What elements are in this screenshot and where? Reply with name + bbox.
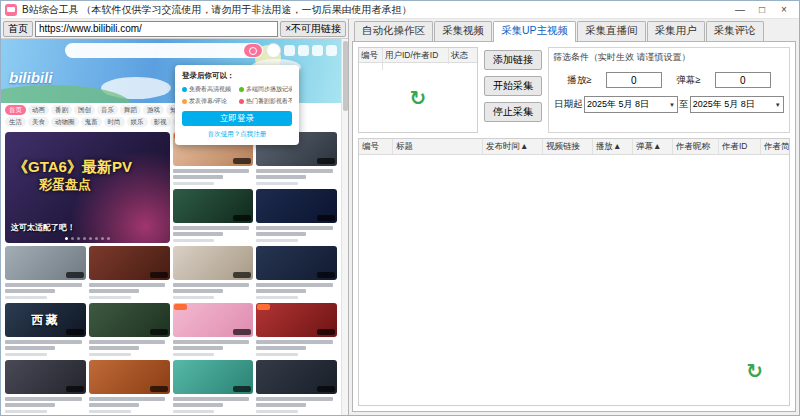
video-title-text [256,403,306,407]
hero-title-line2: 彩蛋盘点 [39,176,91,194]
carousel-dot[interactable] [65,237,68,240]
carousel-dot[interactable] [83,237,86,240]
category-chip[interactable]: 国创 [74,105,95,115]
hero-tagline: 这可太适配了吧！ [11,222,75,233]
tab-collect-user[interactable]: 采集用户 [647,21,705,41]
uploader-text [89,353,131,356]
tab-collect-up-video[interactable]: 采集UP主视频 [493,21,576,42]
browser-scrollbar[interactable] [341,39,348,415]
result-column-header[interactable]: 播放▲ [593,139,633,154]
video-card[interactable] [256,360,337,414]
video-card[interactable] [89,246,170,300]
tab-collect-video[interactable]: 采集视频 [434,21,492,41]
chevron-down-icon: ▼ [669,102,675,108]
benefit-label: 免费看高清视频 [189,85,231,94]
login-button[interactable]: 立即登录 [182,111,292,126]
minimize-button[interactable]: — [729,2,751,18]
result-table-body: ↻ [359,155,789,405]
date-from-label: 日期起 [554,98,583,111]
refresh-id-table-button[interactable]: ↻ [410,88,427,108]
carousel-dot[interactable] [89,237,92,240]
tab-automation[interactable]: 自动化操作区 [354,21,433,41]
maximize-button[interactable]: □ [751,2,773,18]
video-card[interactable] [89,360,170,414]
url-input[interactable] [35,21,278,37]
tab-collect-live[interactable]: 采集直播间 [577,21,646,41]
video-card[interactable] [173,189,254,243]
result-column-header[interactable]: 作者简介 [761,139,789,154]
refresh-results-button[interactable]: ↻ [746,361,763,381]
search-icon[interactable] [244,44,262,57]
video-card[interactable] [256,189,337,243]
tab-collect-comment[interactable]: 采集评论 [706,21,764,41]
action-buttons: 添加链接 开始采集 停止采集 [484,47,542,133]
category-chip[interactable]: 时尚 [104,117,125,127]
result-column-header[interactable]: 视频链接 [543,139,593,154]
scrollbar-thumb[interactable] [343,41,348,111]
carousel-dot[interactable] [107,237,110,240]
uploader-text [5,296,47,299]
video-title-text [89,397,166,401]
category-chip[interactable]: 娱乐 [127,117,148,127]
category-chip[interactable]: 生活 [5,117,26,127]
result-column-header[interactable]: 弹幕▲ [633,139,673,154]
close-button[interactable]: × [773,2,795,18]
avatar[interactable] [266,43,281,58]
dynamic-icon[interactable] [312,45,323,56]
uploader-text [173,239,215,242]
video-card[interactable] [173,303,254,357]
play-threshold-input[interactable] [606,72,662,88]
home-button[interactable]: 首页 [3,21,33,37]
video-title-text [256,289,306,293]
result-column-header[interactable]: 作者ID [719,139,761,154]
benefit-label: 热门番剧影视看不停 [246,97,292,106]
add-link-button[interactable]: 添加链接 [484,50,542,70]
video-thumbnail [173,303,254,337]
video-card[interactable]: 西藏 [5,303,86,357]
category-chip[interactable]: 番剧 [51,105,72,115]
category-chip[interactable]: 美食 [28,117,49,127]
duration-badge [150,272,168,278]
register-link[interactable]: 首次使用？点我注册 [182,130,292,139]
invalid-link-button[interactable]: ×不可用链接 [280,21,346,37]
video-card[interactable] [5,246,86,300]
uploader-text [173,182,215,185]
video-card[interactable] [256,303,337,357]
stop-collect-button[interactable]: 停止采集 [484,102,542,122]
video-card[interactable] [89,303,170,357]
hero-banner-card[interactable]: 《GTA6》最新PV 彩蛋盘点 这可太适配了吧！ [5,132,170,243]
carousel-dot[interactable] [101,237,104,240]
search-input[interactable] [65,43,263,58]
result-column-header[interactable]: 发布时间▲ [483,139,543,154]
video-title-text [256,169,333,173]
history-icon[interactable] [326,45,337,56]
category-chip[interactable]: 鬼畜 [81,117,102,127]
result-column-header[interactable]: 编号 [359,139,393,154]
video-title-text [256,283,333,287]
video-card[interactable] [173,246,254,300]
category-chip[interactable]: 音乐 [97,105,118,115]
video-card[interactable] [256,246,337,300]
uploader-text [256,239,298,242]
category-chip[interactable]: 首页 [5,105,26,115]
date-from-picker[interactable]: 2025年 5月 8日 ▼ [584,96,678,113]
danmaku-threshold-input[interactable] [715,72,771,88]
video-title-text [256,346,306,350]
category-chip[interactable]: 影视 [150,117,171,127]
date-to-picker[interactable]: 2025年 5月 8日 ▼ [690,96,784,113]
result-column-header[interactable]: 作者昵称 [673,139,719,154]
result-column-header[interactable]: 标题 [393,139,483,154]
message-icon[interactable] [298,45,309,56]
vip-icon[interactable] [284,45,295,56]
category-chip[interactable]: 舞蹈 [120,105,141,115]
video-title-text [5,403,55,407]
video-card[interactable] [173,360,254,414]
video-card[interactable] [5,360,86,414]
category-chip[interactable]: 动物圈 [51,117,79,127]
carousel-dot[interactable] [77,237,80,240]
category-chip[interactable]: 游戏 [143,105,164,115]
category-chip[interactable]: 动画 [28,105,49,115]
start-collect-button[interactable]: 开始采集 [484,76,542,96]
carousel-dot[interactable] [71,237,74,240]
carousel-dot[interactable] [95,237,98,240]
